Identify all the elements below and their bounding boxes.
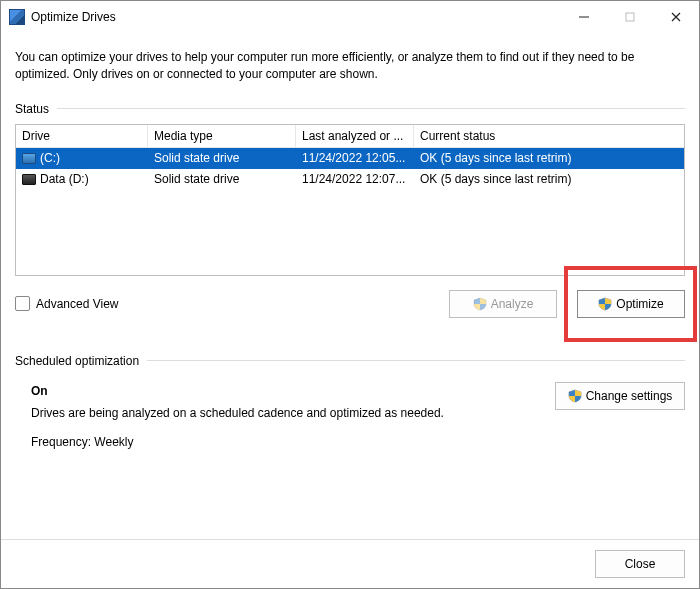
footer: Close	[1, 539, 699, 588]
scheduled-actions: Change settings	[555, 382, 685, 452]
drive-row[interactable]: (C:)Solid state drive11/24/2022 12:05...…	[16, 148, 684, 169]
close-icon	[671, 12, 681, 22]
scheduled-label: Scheduled optimization	[15, 354, 139, 368]
close-label: Close	[625, 557, 656, 571]
optimize-button[interactable]: Optimize	[577, 290, 685, 318]
advanced-view-label: Advanced View	[36, 297, 119, 311]
row-actions: Advanced View Analyze Optimize	[15, 290, 685, 318]
change-settings-label: Change settings	[586, 389, 673, 403]
drive-status: OK (5 days since last retrim)	[414, 169, 684, 190]
drive-name: (C:)	[40, 151, 60, 165]
drives-list: Drive Media type Last analyzed or ... Cu…	[15, 124, 685, 276]
drives-body: (C:)Solid state drive11/24/2022 12:05...…	[16, 148, 684, 275]
analyze-label: Analyze	[491, 297, 534, 311]
shield-icon	[568, 389, 582, 403]
drive-last: 11/24/2022 12:05...	[296, 148, 414, 169]
scheduled-on: On	[31, 382, 545, 401]
close-window-button[interactable]	[653, 1, 699, 33]
drive-media: Solid state drive	[148, 169, 296, 190]
drive-last: 11/24/2022 12:07...	[296, 169, 414, 190]
col-header-status[interactable]: Current status	[414, 125, 684, 148]
divider	[147, 360, 685, 361]
scheduled-label-row: Scheduled optimization	[15, 354, 685, 368]
minimize-icon	[579, 12, 589, 22]
maximize-button	[607, 1, 653, 33]
scheduled-text: On Drives are being analyzed on a schedu…	[31, 382, 545, 452]
description-text: You can optimize your drives to help you…	[15, 49, 685, 84]
app-icon	[9, 9, 25, 25]
optimize-label: Optimize	[616, 297, 663, 311]
drives-header-row: Drive Media type Last analyzed or ... Cu…	[16, 125, 684, 148]
divider	[57, 108, 685, 109]
scheduled-body: On Drives are being analyzed on a schedu…	[15, 376, 685, 452]
col-header-drive[interactable]: Drive	[16, 125, 148, 148]
scheduled-freq: Frequency: Weekly	[31, 433, 545, 452]
window-controls	[561, 1, 699, 33]
advanced-view-checkbox[interactable]	[15, 296, 30, 311]
content-area: You can optimize your drives to help you…	[1, 33, 699, 539]
close-button[interactable]: Close	[595, 550, 685, 578]
analyze-button[interactable]: Analyze	[449, 290, 557, 318]
drive-media: Solid state drive	[148, 148, 296, 169]
status-group-label: Status	[15, 102, 685, 116]
scheduled-desc: Drives are being analyzed on a scheduled…	[31, 404, 545, 423]
col-header-media[interactable]: Media type	[148, 125, 296, 148]
drive-icon	[22, 174, 36, 185]
drive-name: Data (D:)	[40, 172, 89, 186]
maximize-icon	[625, 12, 635, 22]
scheduled-group: Scheduled optimization On Drives are bei…	[15, 354, 685, 452]
col-header-last[interactable]: Last analyzed or ...	[296, 125, 414, 148]
shield-icon	[473, 297, 487, 311]
optimize-drives-window: Optimize Drives You can optimize your dr…	[0, 0, 700, 589]
svg-rect-0	[626, 13, 634, 21]
change-settings-button[interactable]: Change settings	[555, 382, 685, 410]
titlebar: Optimize Drives	[1, 1, 699, 33]
drive-status: OK (5 days since last retrim)	[414, 148, 684, 169]
shield-icon	[598, 297, 612, 311]
window-title: Optimize Drives	[31, 10, 561, 24]
minimize-button[interactable]	[561, 1, 607, 33]
drive-icon	[22, 153, 36, 164]
status-label: Status	[15, 102, 49, 116]
drive-row[interactable]: Data (D:)Solid state drive11/24/2022 12:…	[16, 169, 684, 190]
